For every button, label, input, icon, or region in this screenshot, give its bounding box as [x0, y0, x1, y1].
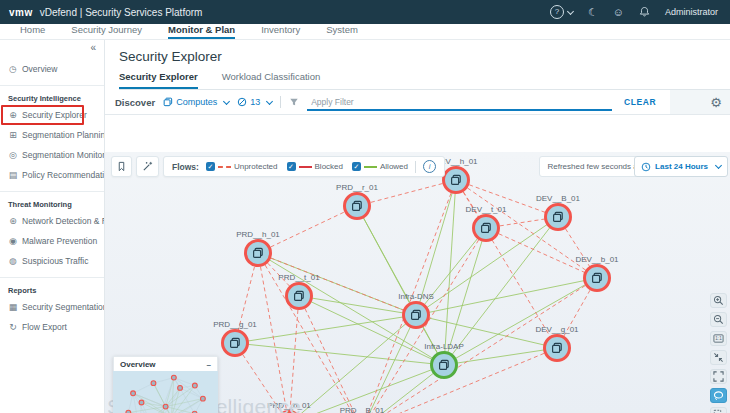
- sidebar-item-segmentation-planning[interactable]: ⊞Segmentation Planning: [0, 125, 104, 145]
- graph-node-dev-b-01[interactable]: [583, 264, 611, 292]
- sidebar-group: Security Intelligence⊕Security Explorer⊞…: [0, 85, 104, 189]
- flow-line-sample: [364, 166, 377, 168]
- actual-size-button[interactable]: 1:1: [710, 331, 727, 346]
- clock-icon: [641, 162, 651, 172]
- graph-node-prd-h-01[interactable]: [244, 239, 272, 267]
- clear-filter-button[interactable]: CLEAR: [620, 97, 660, 107]
- sidebar-item-label: Segmentation Monitoring: [22, 150, 104, 160]
- sidebar-item-segmentation-monitoring[interactable]: ◎Segmentation Monitoring: [0, 145, 104, 165]
- flow-checkbox-allowed[interactable]: ✓: [352, 162, 361, 171]
- sidebar-item-label: Security Segmentation R...: [22, 302, 104, 312]
- zoom-in-button[interactable]: [710, 293, 727, 308]
- filter-funnel-icon: [289, 97, 299, 107]
- entity-type-dropdown[interactable]: Computes: [163, 97, 229, 107]
- sidebar-item-label: Malware Prevention: [22, 236, 97, 246]
- magic-wand-icon[interactable]: [136, 156, 159, 177]
- graph-node-dev-t-01[interactable]: [472, 214, 500, 242]
- graph-node-label: PRD__b_01: [267, 401, 311, 410]
- user-menu[interactable]: Administrator: [665, 7, 718, 17]
- tab-workload-classification[interactable]: Workload Classification: [222, 71, 321, 89]
- collapse-view-button[interactable]: [710, 350, 727, 365]
- titlebar: vmw vDefend | Security Services Platform…: [0, 0, 730, 24]
- sidebar-collapse-button[interactable]: «: [0, 40, 104, 58]
- graph-node-label: PRD__g_01: [213, 320, 257, 329]
- bookmark-icon[interactable]: [111, 156, 132, 177]
- svg-text:1:1: 1:1: [715, 336, 722, 341]
- graph-node-prd-r-01[interactable]: [343, 192, 371, 220]
- sidebar-item-label: Security Explorer: [22, 110, 87, 120]
- flow-line-sample: [299, 166, 312, 168]
- tab-security-explorer[interactable]: Security Explorer: [119, 71, 198, 89]
- export-icon: ↻: [8, 322, 18, 332]
- flows-legend: Flows: ✓Unprotected✓Blocked✓Allowed i: [163, 156, 445, 177]
- minimap-title: Overview: [120, 360, 156, 369]
- help-icon[interactable]: ?: [550, 5, 573, 19]
- time-range-dropdown[interactable]: Last 24 Hours: [634, 156, 728, 177]
- monitoring-icon: ◎: [8, 150, 18, 160]
- topology-canvas[interactable]: DEV__h_01PRD__r_01DEV__t_01DEV__B_01PRD_…: [105, 152, 730, 413]
- graph-node-label: DEV__g_01: [535, 325, 578, 334]
- exclude-icon: [237, 97, 247, 107]
- compute-icon: [163, 97, 173, 107]
- discover-bar: Discover Computes 13 CLEAR ⚙: [105, 90, 730, 115]
- sidebar-item-malware-prevention[interactable]: ◉Malware Prevention: [0, 231, 104, 251]
- graph-node-label: PRD__B_01: [340, 406, 384, 413]
- flow-legend-allowed: ✓Allowed: [352, 162, 408, 171]
- graph-node-dev-b-01[interactable]: [544, 203, 572, 231]
- info-icon[interactable]: i: [423, 160, 436, 173]
- sidebar: « ◷OverviewSecurity Intelligence⊕Securit…: [0, 40, 105, 413]
- flow-legend-blocked: ✓Blocked: [287, 162, 343, 171]
- page-title: Security Explorer: [119, 49, 730, 64]
- graph-node-label: PRD__r_01: [336, 183, 378, 192]
- chevron-down-icon: [567, 7, 574, 14]
- nav-tab-monitor-plan[interactable]: Monitor & Plan: [168, 24, 235, 39]
- flow-checkbox-blocked[interactable]: ✓: [287, 162, 296, 171]
- notifications-bell-icon[interactable]: [639, 6, 650, 18]
- sidebar-group: Threat Monitoring⊛Network Detection & Re…: [0, 191, 104, 275]
- nav-tab-security-journey[interactable]: Security Journey: [71, 24, 142, 39]
- nav-tab-home[interactable]: Home: [20, 24, 45, 39]
- sidebar-item-policy-recommendations[interactable]: ▤Policy Recommendations: [0, 165, 104, 185]
- minimap-canvas[interactable]: [113, 371, 218, 413]
- minimap-panel[interactable]: Overview –: [113, 356, 218, 413]
- primary-nav: HomeSecurity JourneyMonitor & PlanInvent…: [0, 24, 730, 40]
- excluded-count-dropdown[interactable]: 13: [237, 97, 272, 107]
- feedback-icon[interactable]: ☺: [613, 7, 624, 18]
- sidebar-section-header: Reports: [0, 281, 104, 297]
- chevron-down-icon: [266, 97, 273, 104]
- graph-node-infra-ldap[interactable]: [430, 351, 458, 379]
- dark-mode-icon[interactable]: ☾: [588, 7, 598, 18]
- lasso-select-button[interactable]: [710, 388, 727, 403]
- sidebar-item-overview[interactable]: ◷Overview: [0, 59, 104, 79]
- sidebar-item-suspicious-traffic[interactable]: ◍Suspicious Traffic: [0, 251, 104, 271]
- page-tabs: Security ExplorerWorkload Classification: [119, 71, 730, 90]
- nav-tab-system[interactable]: System: [326, 24, 358, 39]
- graph-node-dev-g-01[interactable]: [543, 334, 571, 362]
- sidebar-item-security-explorer[interactable]: ⊕Security Explorer: [0, 105, 104, 125]
- fit-to-screen-button[interactable]: [710, 369, 727, 384]
- sidebar-group: Reports▦Security Segmentation R...↻Flow …: [0, 277, 104, 341]
- apply-filter-input[interactable]: [307, 94, 612, 111]
- sidebar-item-label: Flow Export: [22, 322, 67, 332]
- minimap-header: Overview –: [113, 356, 218, 371]
- app-root: { "titlebar": { "brand": "vmw", "product…: [0, 0, 730, 413]
- nav-tab-inventory[interactable]: Inventory: [261, 24, 300, 39]
- sidebar-item-network-detection-res[interactable]: ⊛Network Detection & Res...: [0, 211, 104, 231]
- sidebar-item-flow-export[interactable]: ↻Flow Export: [0, 317, 104, 337]
- sidebar-item-label: Suspicious Traffic: [22, 256, 88, 266]
- graph-node-label: DEV__B_01: [536, 194, 580, 203]
- malware-icon: ◉: [8, 236, 18, 246]
- report-icon: ▦: [8, 302, 18, 312]
- graph-node-infra-dns[interactable]: [402, 301, 430, 329]
- settings-gear-icon[interactable]: ⚙: [710, 96, 722, 109]
- zoom-out-button[interactable]: [710, 312, 727, 327]
- graph-node-label: Infra-DNS: [398, 292, 434, 301]
- box-select-button[interactable]: [710, 407, 727, 413]
- graph-node-prd-g-01[interactable]: [221, 329, 249, 357]
- graph-node-dev-h-01[interactable]: [442, 166, 470, 194]
- minimap-minimize-button[interactable]: –: [207, 360, 211, 369]
- flow-checkbox-unprotected[interactable]: ✓: [206, 162, 215, 171]
- sidebar-item-security-segmentation-r[interactable]: ▦Security Segmentation R...: [0, 297, 104, 317]
- graph-node-prd-t-01[interactable]: [285, 282, 313, 310]
- flow-legend-label: Blocked: [315, 162, 343, 171]
